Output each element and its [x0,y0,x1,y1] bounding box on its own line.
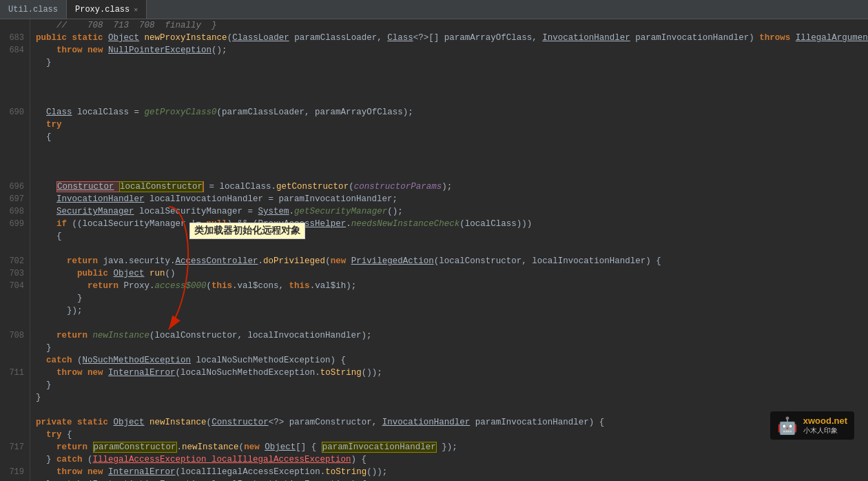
code-line: Constructor localConstructor = localClas… [36,181,868,193]
code-line: if ((localSecurityManager != null) && (P… [36,218,868,230]
watermark: 🤖 xwood.net 小木人印象 [770,411,854,440]
line-numbers: 683 684 690 696 697 698 699 702 703 704 … [0,19,30,481]
tab-util-label: Util.class [8,5,58,14]
tab-proxy[interactable]: Proxy.class ✕ [67,0,147,19]
code-line: private static Object newInstance(Constr… [36,416,868,429]
code-line [36,317,868,329]
code-line: Class localClass = getProxyClass0(paramC… [36,106,868,119]
code-line: } [36,379,868,391]
tab-util[interactable]: Util.class [0,0,67,19]
code-line [36,168,868,181]
code-line [36,243,868,255]
code-line: throw new InternalError(localNoSuchMetho… [36,367,868,379]
code-line: public Object run() [36,267,868,280]
code-line [36,94,868,106]
code-line: InvocationHandler localInvocationHandler… [36,193,868,205]
code-line: return newInstance(localConstructor, loc… [36,329,868,342]
watermark-subtitle: 小木人印象 [803,426,847,436]
editor-container: 683 684 690 696 697 698 699 702 703 704 … [0,19,868,481]
code-line: return paramConstructor.newInstance(new … [36,441,868,453]
code-line: } catch (IllegalAccessException localIll… [36,453,868,466]
code-line: try { [36,429,868,441]
code-line [36,404,868,416]
code-line: } catch (InstantiationException localIns… [36,478,868,481]
code-line: // 708 713 708 finally } [36,19,868,32]
code-line: throw new InternalError(localIllegalAcce… [36,466,868,478]
code-line: }); [36,305,868,317]
code-line: SecurityManager localSecurityManager = S… [36,205,868,218]
tab-proxy-label: Proxy.class [75,5,130,14]
watermark-site: xwood.net [803,416,847,426]
code-line: try [36,119,868,131]
code-line: { [36,230,868,243]
code-line [36,69,868,81]
code-line: catch (NoSuchMethodException localNoSuch… [36,354,868,367]
code-line [36,81,868,94]
code-line: } [36,292,868,305]
code-line: } [36,342,868,354]
code-line: { [36,131,868,143]
code-line: return Proxy.access$000(this.val$cons, t… [36,280,868,292]
code-line: return java.security.AccessController.do… [36,255,868,267]
code-line: public static Object newProxyInstance(Cl… [36,32,868,44]
code-line [36,156,868,168]
code-line: throw new NullPointerException(); [36,44,868,57]
code-line: } [36,57,868,69]
code-line: } [36,391,868,404]
tab-bar: Util.class Proxy.class ✕ [0,0,868,19]
robot-icon: 🤖 [777,416,798,436]
code-area: // 708 713 708 finally } public static O… [30,19,868,481]
close-icon[interactable]: ✕ [134,6,138,14]
code-line [36,143,868,156]
